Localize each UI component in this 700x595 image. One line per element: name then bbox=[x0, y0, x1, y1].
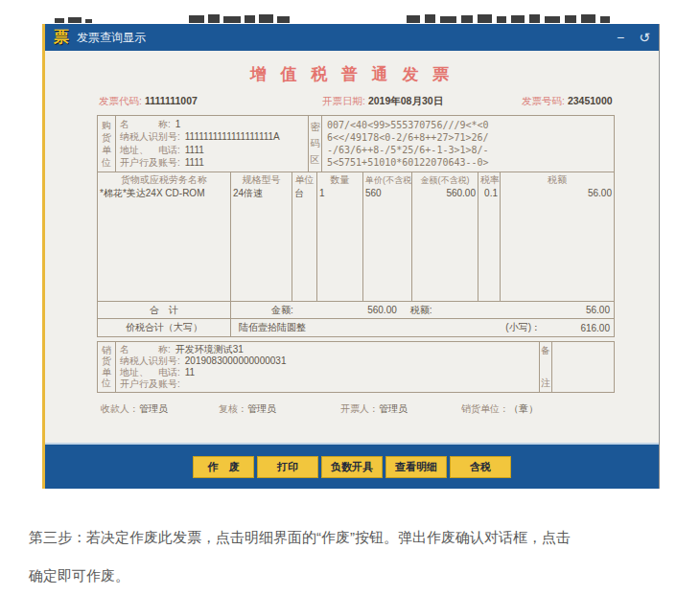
seller-bank-label: 开户行及账号: bbox=[120, 379, 180, 389]
titlebar: 票 发票查询显示 − ↺ bbox=[45, 24, 659, 51]
seller-name-value: 开发环境测试31 bbox=[175, 345, 244, 355]
col-spec: 规格型号 24倍速 bbox=[231, 172, 292, 301]
instruction-line-2: 确定即可作废。 bbox=[29, 557, 681, 595]
col-header: 税额 bbox=[502, 173, 612, 187]
buyer-address-label: 地址、 电话: bbox=[120, 146, 180, 155]
buyer-bank-value: 1111 bbox=[185, 158, 204, 168]
password-line: 6<</49178<0-2/6+8++27>71>26/ bbox=[327, 131, 609, 144]
negative-issue-button[interactable]: 负数开具 bbox=[321, 456, 383, 478]
cell-tax-amount: 56.00 bbox=[502, 187, 612, 200]
buyer-address-row: 地址、 电话: 1111 bbox=[120, 146, 304, 155]
col-header: 规格型号 bbox=[233, 173, 290, 187]
cell-quantity: 1 bbox=[319, 187, 361, 200]
remark-area bbox=[552, 342, 614, 392]
buyer-name-value: 1 bbox=[175, 120, 181, 129]
total-capital-words: 陆佰壹拾陆圆整 bbox=[231, 319, 505, 336]
invoice-date-value: 2019年08月30日 bbox=[368, 95, 443, 106]
seller-taxid-value: 2019083000000000031 bbox=[185, 356, 287, 366]
reviewer: 复核：管理员 bbox=[219, 402, 276, 416]
invoice-body: 增 值 税 普 通 发 票 发票代码:1111111007 开票日期:2019年… bbox=[45, 51, 659, 443]
totals-row: 合 计 金额: 560.00 税额: 56.00 bbox=[98, 302, 614, 319]
payee: 收款人：管理员 bbox=[101, 402, 168, 416]
seller-address-label: 地址、 电话: bbox=[120, 368, 180, 378]
reviewer-label: 复核： bbox=[219, 403, 247, 414]
invoice-code: 发票代码:1111111007 bbox=[99, 95, 198, 108]
buyer-name-row: 名 称: 1 bbox=[120, 120, 304, 129]
password-area: 007/<40<99>555370756///9<*<0 6<</49178<0… bbox=[322, 116, 614, 172]
buyer-side-label: 购货单位 bbox=[98, 116, 116, 172]
minimize-icon[interactable]: − bbox=[617, 31, 624, 44]
total-tax-label: 税额: bbox=[410, 304, 432, 317]
invoice-table: 购货单位 名 称: 1 纳税人识别号: 1111111111111111111A… bbox=[97, 115, 615, 337]
instruction-text: 第三步：若决定作废此发票，点击明细界面的“作废”按钮。弹出作废确认对话框，点击 … bbox=[29, 518, 681, 595]
col-unit: 单位 台 bbox=[292, 172, 317, 301]
invoice-meta-row: 发票代码:1111111007 开票日期:2019年08月30日 发票号码:23… bbox=[45, 95, 659, 108]
col-tax-rate: 税率 0.1 bbox=[478, 172, 501, 301]
invoice-title: 增 值 税 普 通 发 票 bbox=[45, 63, 659, 85]
seller-name-label: 名 称: bbox=[120, 345, 171, 355]
drawer: 开票人：管理员 bbox=[340, 402, 408, 416]
invoice-code-label: 发票代码: bbox=[99, 95, 142, 106]
col-quantity: 数量 1 bbox=[317, 172, 363, 301]
cell-spec: 24倍速 bbox=[233, 187, 290, 200]
payee-value: 管理员 bbox=[139, 403, 168, 414]
col-header: 单价(不含税) bbox=[365, 173, 409, 187]
cell-goods-name: *棉花*美达24X CD-ROM bbox=[100, 187, 228, 200]
cell-unit: 台 bbox=[294, 187, 315, 200]
total-small-label: (小写)： bbox=[505, 319, 541, 336]
items-grid: 货物或应税劳务名称 *棉花*美达24X CD-ROM 规格型号 24倍速 单位 … bbox=[98, 172, 614, 302]
total-tax-value: 56.00 bbox=[432, 305, 614, 315]
invoice-code-value: 1111111007 bbox=[145, 95, 198, 106]
print-button[interactable]: 打印 bbox=[257, 456, 318, 478]
invoice-date: 开票日期:2019年08月30日 bbox=[322, 95, 443, 108]
invoice-number-label: 发票号码: bbox=[522, 95, 565, 106]
total-with-tax-row: 价税合计（大写） 陆佰壹拾陆圆整 (小写)： 616.00 bbox=[98, 319, 614, 336]
buyer-password-row: 购货单位 名 称: 1 纳税人识别号: 1111111111111111111A… bbox=[98, 116, 614, 172]
tax-included-button[interactable]: 含税 bbox=[450, 456, 511, 478]
totals-values: 金额: 560.00 税额: 56.00 bbox=[231, 302, 614, 318]
seller-address-value: 11 bbox=[185, 368, 195, 378]
col-header: 数量 bbox=[319, 173, 361, 187]
col-header: 税率 bbox=[480, 173, 498, 187]
buyer-name-label: 名 称: bbox=[120, 120, 171, 129]
cell-unit-price: 560 bbox=[365, 187, 409, 200]
instruction-line-1: 第三步：若决定作废此发票，点击明细界面的“作废”按钮。弹出作废确认对话框，点击 bbox=[29, 518, 681, 557]
invoice-footer: 收款人：管理员 复核：管理员 开票人：管理员 销货单位：（章） bbox=[97, 402, 615, 416]
password-side-label: 密码区 bbox=[308, 116, 322, 172]
buyer-taxid-value: 1111111111111111111A bbox=[185, 132, 280, 142]
col-header: 单位 bbox=[294, 173, 315, 187]
back-icon[interactable]: ↺ bbox=[639, 31, 650, 44]
payee-label: 收款人： bbox=[101, 403, 139, 414]
invoice-number: 发票号码:23451000 bbox=[522, 95, 613, 108]
reviewer-value: 管理员 bbox=[247, 403, 276, 414]
total-small-value: 616.00 bbox=[541, 319, 614, 336]
col-amount: 金额(不含税) 560.00 bbox=[412, 172, 478, 301]
col-unit-price: 单价(不含税) 560 bbox=[363, 172, 412, 301]
buyer-address-value: 1111 bbox=[185, 146, 204, 155]
col-header: 货物或应税劳务名称 bbox=[100, 173, 228, 187]
col-goods-name: 货物或应税劳务名称 *棉花*美达24X CD-ROM bbox=[98, 172, 231, 301]
seller-bank-row: 开户行及账号: bbox=[120, 379, 535, 389]
buyer-taxid-row: 纳税人识别号: 1111111111111111111A bbox=[120, 132, 304, 142]
seller-fields: 名 称: 开发环境测试31 纳税人识别号: 201908300000000003… bbox=[116, 342, 539, 392]
cell-amount: 560.00 bbox=[414, 187, 476, 200]
password-line: 007/<40<99>555370756///9<*<0 bbox=[327, 119, 609, 131]
invoice-query-window: 票 发票查询显示 − ↺ 增 值 税 普 通 发 票 发票代码:11111110… bbox=[42, 24, 660, 489]
seller-remark-box: 销货单位 名 称: 开发环境测试31 纳税人识别号: 2019083000000… bbox=[97, 341, 615, 393]
buyer-taxid-label: 纳税人识别号: bbox=[120, 132, 180, 142]
buyer-bank-label: 开户行及账号: bbox=[120, 158, 180, 168]
seller-name-row: 名 称: 开发环境测试31 bbox=[120, 345, 535, 355]
seller-side-label: 销货单位 bbox=[98, 342, 116, 392]
window-title: 发票查询显示 bbox=[77, 30, 146, 46]
void-button[interactable]: 作 废 bbox=[193, 456, 254, 478]
invoice-date-label: 开票日期: bbox=[322, 95, 365, 106]
seller-taxid-row: 纳税人识别号: 2019083000000000031 bbox=[120, 356, 535, 366]
drawer-label: 开票人： bbox=[340, 403, 379, 414]
total-amount-value: 560.00 bbox=[293, 305, 397, 315]
col-header: 金额(不含税) bbox=[414, 173, 476, 187]
totals-label: 合 计 bbox=[98, 302, 231, 318]
drawer-value: 管理员 bbox=[379, 403, 408, 414]
seller-address-row: 地址、 电话: 11 bbox=[120, 368, 535, 378]
view-detail-button[interactable]: 查看明细 bbox=[385, 456, 447, 478]
col-tax-amount: 税额 56.00 bbox=[501, 172, 614, 301]
